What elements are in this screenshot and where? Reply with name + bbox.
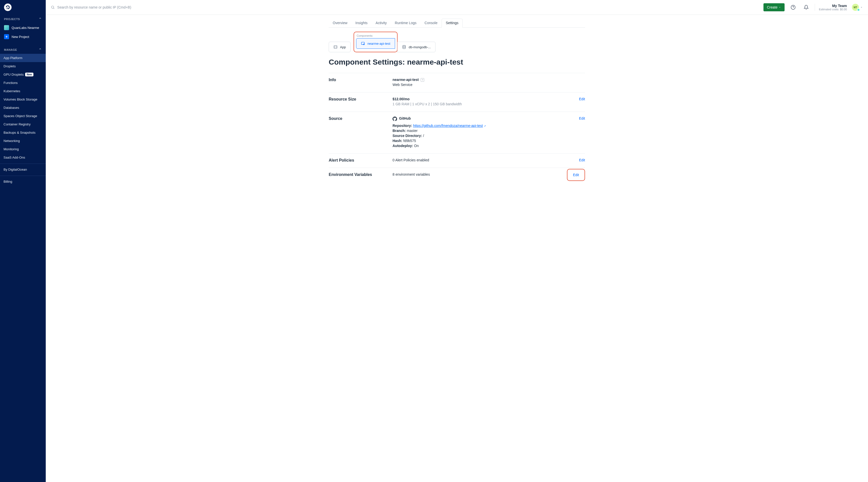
manage-header[interactable]: MANAGE ⌃ [0,44,46,54]
help-badge-icon[interactable]: ? [421,78,424,82]
nav-functions[interactable]: Functions [0,79,46,87]
svg-line-3 [54,8,54,9]
section-label-alert: Alert Policies [329,158,393,163]
nav-monitoring[interactable]: Monitoring [0,145,46,153]
new-badge: New [25,72,33,77]
section-alert-policies: Alert Policies 0 Alert Policies enabled … [329,153,585,168]
manage-label: MANAGE [4,48,17,51]
tab-console[interactable]: Console [421,19,441,27]
svg-rect-7 [361,42,364,44]
logo[interactable] [0,0,46,13]
tab-settings[interactable]: Settings [441,19,463,28]
section-label-env: Environment Variables [329,172,393,177]
project-name: QuanLabs Nearme [11,26,39,30]
selector-app[interactable]: App [329,42,350,52]
selector-component-db-mongodb[interactable]: db-mongodb-... [397,42,435,52]
svg-point-2 [52,6,54,8]
database-icon [402,45,406,49]
new-project-label: New Project [11,35,29,39]
notifications-button[interactable] [802,3,811,12]
svg-point-9 [403,45,406,46]
avatar: MT [852,4,859,11]
resource-spec: 1 GB RAM | 1 vCPU x 2 | 150 GB bandwidth [393,102,579,106]
chevron-down-icon [778,6,781,8]
section-label-source: Source [329,116,393,149]
help-icon [790,5,796,10]
chevron-up-icon: ⌃ [39,17,42,21]
nav-saas-addons[interactable]: SaaS Add-Ons [0,153,46,161]
section-resource-size: Resource Size $12.00/mo 1 GB RAM | 1 vCP… [329,92,585,112]
avatar-badge-icon [857,8,860,11]
nav-container-registry[interactable]: Container Registry [0,120,46,128]
section-env-vars: Environment Variables 8 environment vari… [329,168,585,182]
nav-billing[interactable]: Billing [0,177,46,186]
alert-value: 0 Alert Policies enabled [393,158,579,162]
help-button[interactable] [788,3,798,12]
team-name: My Team [819,4,847,8]
component-selectors: App Components: nearme-api-test [329,32,585,52]
tab-overview[interactable]: Overview [329,19,351,27]
section-label-resource-size: Resource Size [329,97,393,107]
new-project-button[interactable]: + New Project [0,32,46,41]
highlight-component-selector: Components: nearme-api-test [353,32,398,52]
search-icon [51,5,55,9]
nav-spaces[interactable]: Spaces Object Storage [0,112,46,120]
section-info: Info nearme-api-test ? Web Service [329,73,585,92]
env-value: 8 environment variables [393,172,567,176]
source-provider: GitHub [399,116,411,120]
highlight-edit-env: Edit [567,169,585,181]
info-component-type: Web Service [393,83,585,87]
tab-insights[interactable]: Insights [351,19,371,27]
nav-volumes[interactable]: Volumes Block Storage [0,95,46,103]
team-info: My Team Estimated costs: $0.00 [819,4,848,11]
section-label-info: Info [329,78,393,88]
info-component-name: nearme-api-test [393,78,419,82]
chevron-down-icon [860,6,863,9]
edit-alert-policies[interactable]: Edit [579,158,585,162]
source-hash: fd9b575 [403,139,416,143]
search-input[interactable] [57,5,760,9]
code-icon [334,45,338,49]
nav-by-digitalocean[interactable]: By DigitalOcean [0,165,46,174]
edit-resource-size[interactable]: Edit [579,97,585,101]
team-cost: Estimated costs: $0.00 [819,8,847,11]
svg-point-8 [363,44,364,45]
divider [815,4,815,11]
account-menu[interactable]: MT [852,4,863,11]
source-branch: master [407,129,418,133]
project-logo-icon [4,25,9,30]
section-source: Source GitHub Repository: http [329,112,585,153]
nav-app-platform[interactable]: App Platform [0,54,46,62]
svg-rect-0 [7,8,8,8]
projects-header[interactable]: PROJECTS ⌃ [0,13,46,23]
source-repo-link[interactable]: https://github.com/fmendoza/nearme-api-t… [413,124,483,128]
nav-databases[interactable]: Databases [0,103,46,112]
external-link-icon: ↗ [484,125,486,127]
source-autodeploy: On [414,144,419,148]
selector-component-nearme-api-test[interactable]: nearme-api-test [356,38,395,49]
edit-source[interactable]: Edit [579,116,585,120]
chevron-up-icon: ⌃ [39,48,42,52]
digitalocean-logo-icon [5,5,10,9]
nav-backups[interactable]: Backups & Snapshots [0,128,46,137]
project-item[interactable]: QuanLabs Nearme [0,23,46,32]
page-title: Component Settings: nearme-api-test [329,58,585,66]
sidebar: PROJECTS ⌃ QuanLabs Nearme + New Project… [0,0,46,482]
resource-price: $12.00/mo [393,97,410,101]
bell-icon [804,5,809,10]
nav-kubernetes[interactable]: Kubernetes [0,87,46,95]
projects-label: PROJECTS [4,18,20,21]
nav-droplets[interactable]: Droplets [0,62,46,70]
search-wrap[interactable] [51,5,760,9]
tabs: Overview Insights Activity Runtime Logs … [329,15,585,28]
source-directory: / [423,134,424,138]
svg-rect-1 [6,8,7,9]
nav-gpu-droplets[interactable]: GPU Droplets New [0,70,46,79]
create-button[interactable]: Create [764,3,784,11]
app-icon [361,41,365,46]
tab-runtime-logs[interactable]: Runtime Logs [391,19,421,27]
github-icon [393,117,397,121]
edit-env-vars[interactable]: Edit [573,173,579,177]
tab-activity[interactable]: Activity [372,19,391,27]
nav-networking[interactable]: Networking [0,137,46,145]
